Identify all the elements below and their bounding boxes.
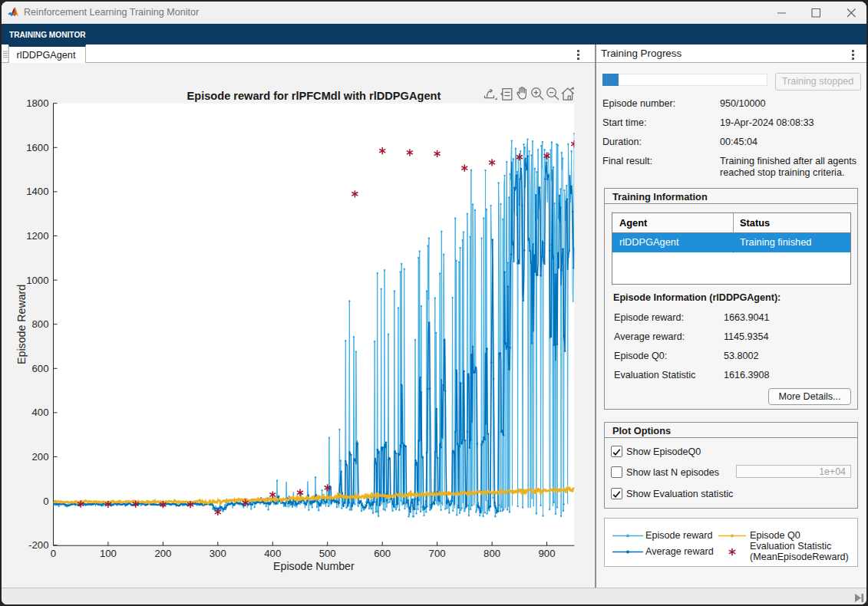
svg-text:Episode reward for rlPFCMdl wi: Episode reward for rlPFCMdl with rlDDPGA…: [186, 90, 441, 102]
svg-text:1600: 1600: [26, 142, 48, 153]
svg-text:1400: 1400: [26, 186, 48, 197]
svg-text:400: 400: [31, 407, 48, 418]
svg-text:400: 400: [264, 548, 281, 559]
svg-text:500: 500: [319, 548, 336, 559]
svg-text:200: 200: [154, 548, 171, 559]
svg-text:600: 600: [374, 548, 391, 559]
svg-text:700: 700: [429, 548, 446, 559]
svg-text:Episode Reward: Episode Reward: [15, 285, 28, 364]
svg-text:1800: 1800: [26, 97, 48, 109]
svg-text:600: 600: [31, 363, 48, 374]
svg-text:Episode Number: Episode Number: [273, 560, 355, 572]
svg-text:-200: -200: [28, 539, 48, 551]
svg-text:800: 800: [31, 318, 48, 330]
svg-text:100: 100: [100, 548, 117, 559]
svg-text:200: 200: [31, 451, 48, 463]
svg-text:300: 300: [210, 548, 226, 559]
svg-text:800: 800: [484, 548, 500, 559]
svg-text:1200: 1200: [26, 230, 48, 242]
svg-text:900: 900: [538, 548, 555, 559]
svg-text:1000: 1000: [26, 275, 48, 286]
svg-text:0: 0: [51, 548, 56, 559]
svg-text:0: 0: [43, 496, 48, 507]
